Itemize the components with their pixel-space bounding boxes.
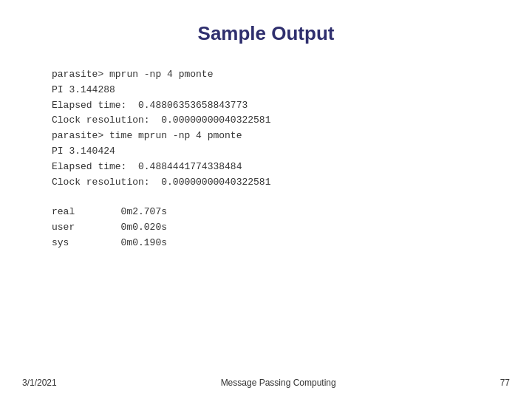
code-block-2: real 0m2.707s user 0m0.020s sys 0m0.190s [52,205,167,250]
slide-title: Sample Output [198,22,335,45]
code-line-2: PI 3.144288 [52,83,270,98]
code-line-8: Clock resolution: 0.00000000040322581 [52,175,270,191]
code-line-5: parasite> time mprun -np 4 pmonte [52,129,270,144]
footer-page: 77 [500,378,510,388]
code-line-7: Elapsed time: 0.4884441774338484 [52,160,270,175]
content-area: parasite> mprun -np 4 pmonte PI 3.144288… [52,67,480,266]
code-line-9: real 0m2.707s [52,205,167,220]
code-block-1: parasite> mprun -np 4 pmonte PI 3.144288… [52,67,270,190]
footer: 3/1/2021 Message Passing Computing 77 [0,378,532,388]
code-line-1: parasite> mprun -np 4 pmonte [52,67,270,83]
footer-center: Message Passing Computing [221,378,336,388]
code-line-6: PI 3.140424 [52,144,270,160]
footer-date: 3/1/2021 [22,378,57,388]
slide: Sample Output parasite> mprun -np 4 pmon… [0,0,532,399]
code-line-4: Clock resolution: 0.00000000040322581 [52,113,270,129]
code-line-11: sys 0m0.190s [52,236,167,251]
code-line-3: Elapsed time: 0.48806353658843773 [52,98,270,114]
code-line-10: user 0m0.020s [52,220,167,236]
